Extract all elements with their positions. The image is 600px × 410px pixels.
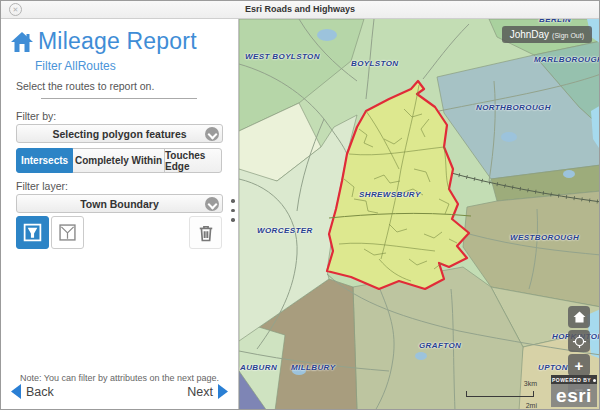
town-label: UPTON: [538, 363, 568, 372]
close-icon[interactable]: ✕: [9, 3, 22, 16]
filter-by-label: Filter by:: [16, 110, 56, 122]
chevron-down-icon: [205, 127, 219, 141]
esri-wordmark: esri: [551, 384, 597, 407]
town-label: MILLBURY: [291, 363, 335, 372]
town-label: BOYLSTON: [351, 59, 399, 68]
plus-icon: +: [575, 358, 584, 373]
town-label: WORCESTER: [257, 226, 313, 235]
window-titlebar: ✕ Esri Roads and Highways: [1, 1, 599, 19]
town-label-selected: SHREWSBURY: [359, 190, 421, 199]
town-label: NORTHBOROUGH: [476, 103, 551, 112]
town-label: BERLIN: [539, 19, 571, 24]
locate-button[interactable]: [568, 330, 590, 352]
town-label: WESTBOROUGH: [510, 233, 579, 242]
town-label: AUBURN: [240, 363, 277, 372]
panel-resize-handle[interactable]: [231, 193, 235, 228]
divider: [41, 98, 197, 99]
note-text: Note: You can filter by attributes on th…: [1, 373, 238, 383]
home-icon: [573, 311, 586, 323]
filter-method-value: Selecting polygon features: [52, 128, 186, 140]
esri-logo: POWERED BY esri: [551, 375, 597, 407]
spatial-relation-segmented-control: Intersects Completely Within Touches Edg…: [16, 148, 223, 173]
filter-layer-value: Town Boundary: [80, 198, 159, 210]
tab-touches-edge[interactable]: Touches Edge: [164, 148, 222, 173]
town-label: WEST BOYLSTON: [245, 52, 320, 61]
powered-by-label: POWERED BY: [552, 377, 591, 383]
chevron-down-icon: [205, 197, 219, 211]
back-button[interactable]: Back: [11, 384, 54, 399]
next-label: Next: [187, 385, 213, 399]
back-label: Back: [26, 385, 54, 399]
scale-bar: 3km 2mi: [466, 391, 534, 397]
basemap-graphic: [239, 19, 599, 409]
chevron-left-icon: [11, 384, 21, 399]
chevron-right-icon: [218, 384, 228, 399]
select-by-rectangle-icon: [57, 222, 78, 243]
trash-icon: [196, 223, 216, 243]
map-canvas[interactable]: WEST BOYLSTON BOYLSTON BERLIN MARLBOROUG…: [239, 19, 599, 409]
home-button[interactable]: [568, 306, 590, 328]
page-subtitle: Filter AllRoutes: [35, 59, 116, 73]
page-title: Mileage Report: [38, 28, 197, 55]
tab-completely-within[interactable]: Completely Within: [72, 148, 165, 173]
window-title: Esri Roads and Highways: [1, 1, 599, 18]
report-home-icon: [10, 31, 34, 53]
select-by-rectangle-button[interactable]: [51, 216, 84, 249]
sign-out-button[interactable]: JohnDay (Sign Out): [502, 26, 592, 43]
filter-layer-label: Filter layer:: [16, 180, 68, 192]
town-label: GRAFTON: [419, 341, 461, 350]
town-label: MARLBOROUGH: [534, 55, 599, 64]
mileage-report-panel: Mileage Report Filter AllRoutes Select t…: [1, 19, 239, 409]
scale-mi-label: 2mi: [526, 402, 537, 409]
scale-km-label: 3km: [524, 380, 537, 387]
next-button[interactable]: Next: [187, 384, 228, 399]
username-label: JohnDay: [510, 29, 549, 40]
locate-crosshair-icon: [572, 334, 587, 349]
sign-out-label: (Sign Out): [552, 32, 584, 39]
clear-selection-button[interactable]: [189, 216, 222, 249]
filter-layer-dropdown[interactable]: Town Boundary: [16, 194, 223, 213]
filter-method-dropdown[interactable]: Selecting polygon features: [16, 124, 223, 143]
zoom-in-button[interactable]: +: [568, 354, 590, 376]
app-window: ✕ Esri Roads and Highways Mileage Report…: [0, 0, 600, 410]
select-by-polygon-icon: [22, 222, 43, 243]
select-by-polygon-button[interactable]: [16, 216, 49, 249]
tab-intersects[interactable]: Intersects: [16, 148, 73, 173]
instruction-text: Select the routes to report on.: [16, 80, 154, 92]
